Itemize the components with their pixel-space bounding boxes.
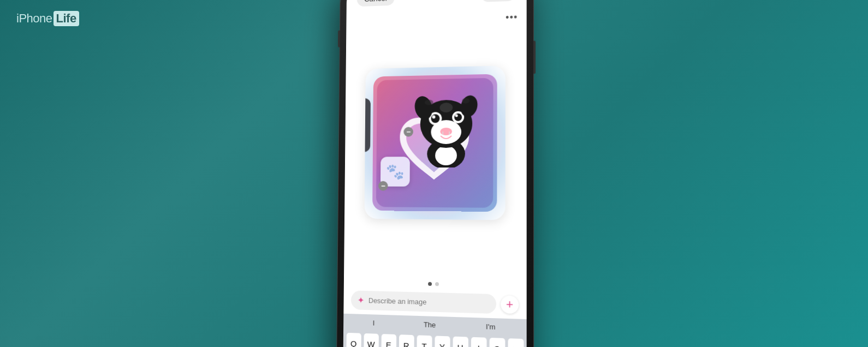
logo-life-text: Life [56, 11, 76, 25]
key-u[interactable]: U [453, 337, 468, 347]
logo-life-box: Life [53, 11, 79, 26]
key-p[interactable]: P [508, 338, 524, 347]
ai-icon: ✦ [358, 295, 365, 306]
key-o[interactable]: O [489, 338, 505, 347]
key-y[interactable]: Y [435, 336, 450, 347]
dog-illustration [407, 74, 486, 167]
dot-2 [435, 282, 439, 286]
prompt-input-wrap: ✦ [351, 290, 496, 314]
phone-screen: Cancel Done ••• [343, 0, 526, 347]
logo-iphone-text: iPhone [16, 11, 52, 26]
phone-wrapper: Cancel Done ••• [337, 0, 533, 347]
suggestion-i[interactable]: I [368, 318, 379, 328]
tooltip-dog-heart: − Dog inside a heart [364, 98, 370, 153]
key-w[interactable]: W [364, 333, 379, 347]
key-t[interactable]: T [417, 335, 432, 347]
image-area: ••• [344, 7, 527, 280]
done-button[interactable]: Done [481, 0, 516, 2]
cancel-button[interactable]: Cancel [357, 0, 395, 7]
minus-sticker-button[interactable]: − [378, 181, 388, 191]
key-i[interactable]: I [471, 337, 486, 347]
key-q[interactable]: Q [346, 333, 361, 347]
prompt-input[interactable] [368, 296, 490, 308]
key-r[interactable]: R [399, 334, 414, 347]
plus-button[interactable]: + [501, 295, 519, 314]
ai-image-card: 🐾 − Dog inside a heart − − [364, 65, 505, 220]
suggestion-im[interactable]: I'm [481, 321, 500, 333]
sticker-icon: 🐾 [386, 163, 405, 181]
more-options-button[interactable]: ••• [506, 11, 518, 23]
suggestion-the[interactable]: The [419, 319, 440, 331]
phone-outer: Cancel Done ••• [337, 0, 533, 347]
ai-image-background: 🐾 − Dog inside a heart − − [364, 65, 505, 220]
dot-1 [428, 282, 432, 286]
iphonelife-logo: iPhone Life [16, 11, 79, 26]
key-e[interactable]: E [381, 334, 396, 347]
